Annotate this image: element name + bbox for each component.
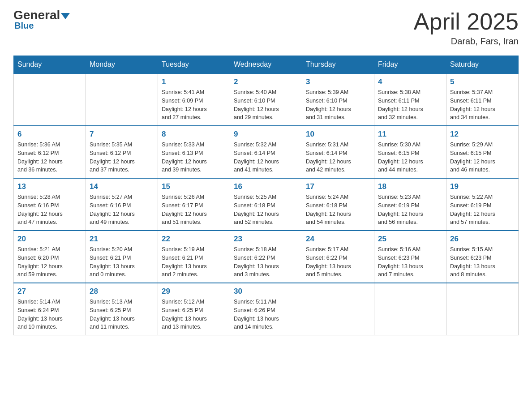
day-cell: 2Sunrise: 5:40 AM Sunset: 6:10 PM Daylig… <box>230 73 302 126</box>
week-row-1: 1Sunrise: 5:41 AM Sunset: 6:09 PM Daylig… <box>14 73 519 126</box>
day-cell: 26Sunrise: 5:15 AM Sunset: 6:23 PM Dayli… <box>446 231 519 283</box>
day-cell <box>374 283 446 335</box>
day-info: Sunrise: 5:41 AM Sunset: 6:09 PM Dayligh… <box>162 88 226 122</box>
day-info: Sunrise: 5:16 AM Sunset: 6:23 PM Dayligh… <box>378 245 442 279</box>
day-number: 14 <box>90 182 154 191</box>
title-area: April 2025 Darab, Fars, Iran <box>414 9 519 47</box>
logo-blue: Blue <box>13 21 34 31</box>
day-info: Sunrise: 5:24 AM Sunset: 6:18 PM Dayligh… <box>306 193 370 227</box>
day-info: Sunrise: 5:18 AM Sunset: 6:22 PM Dayligh… <box>234 245 298 279</box>
header-wednesday: Wednesday <box>230 56 302 74</box>
day-number: 21 <box>90 235 154 244</box>
day-number: 11 <box>378 130 442 139</box>
day-cell: 9Sunrise: 5:32 AM Sunset: 6:14 PM Daylig… <box>230 126 302 178</box>
logo-arrow-icon <box>61 13 70 19</box>
week-row-3: 13Sunrise: 5:28 AM Sunset: 6:16 PM Dayli… <box>14 178 519 231</box>
header-friday: Friday <box>374 56 446 74</box>
day-number: 20 <box>17 235 82 244</box>
calendar-table: SundayMondayTuesdayWednesdayThursdayFrid… <box>13 56 519 335</box>
day-info: Sunrise: 5:15 AM Sunset: 6:23 PM Dayligh… <box>450 245 515 279</box>
day-number: 4 <box>378 77 442 86</box>
day-cell: 28Sunrise: 5:13 AM Sunset: 6:25 PM Dayli… <box>86 283 158 335</box>
day-info: Sunrise: 5:11 AM Sunset: 6:26 PM Dayligh… <box>234 298 298 331</box>
day-number: 22 <box>162 235 226 244</box>
day-info: Sunrise: 5:17 AM Sunset: 6:22 PM Dayligh… <box>306 245 370 279</box>
day-info: Sunrise: 5:38 AM Sunset: 6:11 PM Dayligh… <box>378 88 442 122</box>
day-number: 17 <box>306 182 370 191</box>
day-number: 1 <box>162 77 226 86</box>
day-number: 23 <box>234 235 298 244</box>
day-cell <box>302 283 374 335</box>
day-cell: 4Sunrise: 5:38 AM Sunset: 6:11 PM Daylig… <box>374 73 446 126</box>
day-info: Sunrise: 5:27 AM Sunset: 6:16 PM Dayligh… <box>90 193 154 227</box>
day-number: 8 <box>162 130 226 139</box>
day-number: 13 <box>17 182 82 191</box>
day-cell: 30Sunrise: 5:11 AM Sunset: 6:26 PM Dayli… <box>230 283 302 335</box>
day-cell: 17Sunrise: 5:24 AM Sunset: 6:18 PM Dayli… <box>302 178 374 231</box>
day-info: Sunrise: 5:31 AM Sunset: 6:14 PM Dayligh… <box>306 141 370 174</box>
day-info: Sunrise: 5:30 AM Sunset: 6:15 PM Dayligh… <box>378 141 442 174</box>
day-info: Sunrise: 5:40 AM Sunset: 6:10 PM Dayligh… <box>234 88 298 122</box>
day-cell: 6Sunrise: 5:36 AM Sunset: 6:12 PM Daylig… <box>14 126 86 178</box>
day-number: 12 <box>450 130 515 139</box>
header-saturday: Saturday <box>446 56 519 74</box>
day-number: 24 <box>306 235 370 244</box>
day-number: 7 <box>90 130 154 139</box>
header-tuesday: Tuesday <box>158 56 230 74</box>
day-info: Sunrise: 5:13 AM Sunset: 6:25 PM Dayligh… <box>90 298 154 331</box>
day-number: 28 <box>90 287 154 296</box>
day-cell: 5Sunrise: 5:37 AM Sunset: 6:11 PM Daylig… <box>446 73 519 126</box>
day-info: Sunrise: 5:35 AM Sunset: 6:12 PM Dayligh… <box>90 141 154 174</box>
calendar-header-row: SundayMondayTuesdayWednesdayThursdayFrid… <box>14 56 519 74</box>
day-cell: 14Sunrise: 5:27 AM Sunset: 6:16 PM Dayli… <box>86 178 158 231</box>
day-info: Sunrise: 5:32 AM Sunset: 6:14 PM Dayligh… <box>234 141 298 174</box>
logo: General Blue <box>13 9 70 31</box>
day-info: Sunrise: 5:23 AM Sunset: 6:19 PM Dayligh… <box>378 193 442 227</box>
day-cell: 16Sunrise: 5:25 AM Sunset: 6:18 PM Dayli… <box>230 178 302 231</box>
day-info: Sunrise: 5:37 AM Sunset: 6:11 PM Dayligh… <box>450 88 515 122</box>
day-info: Sunrise: 5:20 AM Sunset: 6:21 PM Dayligh… <box>90 245 154 279</box>
day-number: 26 <box>450 235 515 244</box>
day-info: Sunrise: 5:28 AM Sunset: 6:16 PM Dayligh… <box>17 193 82 227</box>
day-cell: 22Sunrise: 5:19 AM Sunset: 6:21 PM Dayli… <box>158 231 230 283</box>
day-cell: 13Sunrise: 5:28 AM Sunset: 6:16 PM Dayli… <box>14 178 86 231</box>
week-row-2: 6Sunrise: 5:36 AM Sunset: 6:12 PM Daylig… <box>14 126 519 178</box>
header-monday: Monday <box>86 56 158 74</box>
day-cell: 7Sunrise: 5:35 AM Sunset: 6:12 PM Daylig… <box>86 126 158 178</box>
day-info: Sunrise: 5:33 AM Sunset: 6:13 PM Dayligh… <box>162 141 226 174</box>
day-cell: 15Sunrise: 5:26 AM Sunset: 6:17 PM Dayli… <box>158 178 230 231</box>
day-number: 2 <box>234 77 298 86</box>
header-thursday: Thursday <box>302 56 374 74</box>
day-cell: 20Sunrise: 5:21 AM Sunset: 6:20 PM Dayli… <box>14 231 86 283</box>
day-cell <box>14 73 86 126</box>
header-sunday: Sunday <box>14 56 86 74</box>
day-cell: 8Sunrise: 5:33 AM Sunset: 6:13 PM Daylig… <box>158 126 230 178</box>
week-row-4: 20Sunrise: 5:21 AM Sunset: 6:20 PM Dayli… <box>14 231 519 283</box>
day-info: Sunrise: 5:25 AM Sunset: 6:18 PM Dayligh… <box>234 193 298 227</box>
day-cell: 21Sunrise: 5:20 AM Sunset: 6:21 PM Dayli… <box>86 231 158 283</box>
day-cell: 1Sunrise: 5:41 AM Sunset: 6:09 PM Daylig… <box>158 73 230 126</box>
day-info: Sunrise: 5:36 AM Sunset: 6:12 PM Dayligh… <box>17 141 82 174</box>
day-number: 18 <box>378 182 442 191</box>
day-number: 29 <box>162 287 226 296</box>
day-cell: 27Sunrise: 5:14 AM Sunset: 6:24 PM Dayli… <box>14 283 86 335</box>
day-number: 10 <box>306 130 370 139</box>
day-number: 5 <box>450 77 515 86</box>
day-number: 30 <box>234 287 298 296</box>
day-info: Sunrise: 5:19 AM Sunset: 6:21 PM Dayligh… <box>162 245 226 279</box>
day-info: Sunrise: 5:12 AM Sunset: 6:25 PM Dayligh… <box>162 298 226 331</box>
week-row-5: 27Sunrise: 5:14 AM Sunset: 6:24 PM Dayli… <box>14 283 519 335</box>
day-cell: 29Sunrise: 5:12 AM Sunset: 6:25 PM Dayli… <box>158 283 230 335</box>
day-cell: 3Sunrise: 5:39 AM Sunset: 6:10 PM Daylig… <box>302 73 374 126</box>
day-info: Sunrise: 5:39 AM Sunset: 6:10 PM Dayligh… <box>306 88 370 122</box>
day-cell: 11Sunrise: 5:30 AM Sunset: 6:15 PM Dayli… <box>374 126 446 178</box>
day-number: 6 <box>17 130 82 139</box>
day-number: 9 <box>234 130 298 139</box>
day-cell: 19Sunrise: 5:22 AM Sunset: 6:19 PM Dayli… <box>446 178 519 231</box>
day-cell: 25Sunrise: 5:16 AM Sunset: 6:23 PM Dayli… <box>374 231 446 283</box>
day-cell: 23Sunrise: 5:18 AM Sunset: 6:22 PM Dayli… <box>230 231 302 283</box>
day-info: Sunrise: 5:26 AM Sunset: 6:17 PM Dayligh… <box>162 193 226 227</box>
day-info: Sunrise: 5:29 AM Sunset: 6:15 PM Dayligh… <box>450 141 515 174</box>
day-number: 19 <box>450 182 515 191</box>
location: Darab, Fars, Iran <box>414 36 519 47</box>
